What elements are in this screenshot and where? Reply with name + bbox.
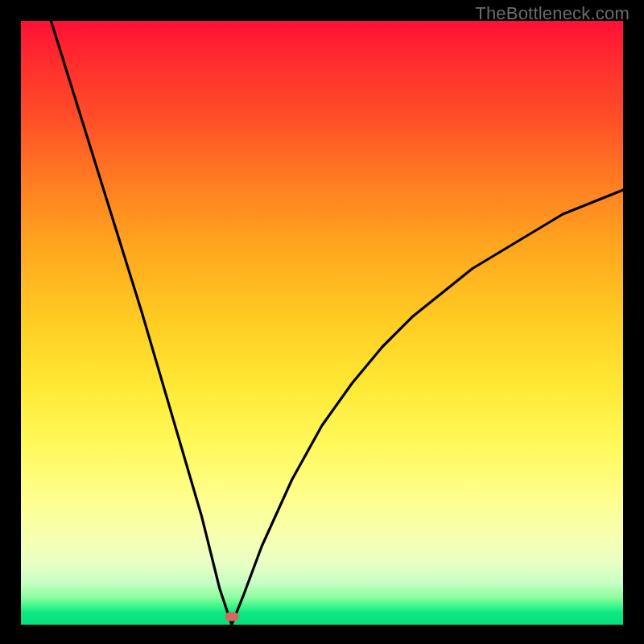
plot-area <box>21 21 623 625</box>
bottleneck-curve <box>21 21 623 625</box>
watermark-text: TheBottleneck.com <box>475 3 630 24</box>
vertex-marker <box>225 613 239 621</box>
chart-frame: TheBottleneck.com <box>0 0 644 644</box>
